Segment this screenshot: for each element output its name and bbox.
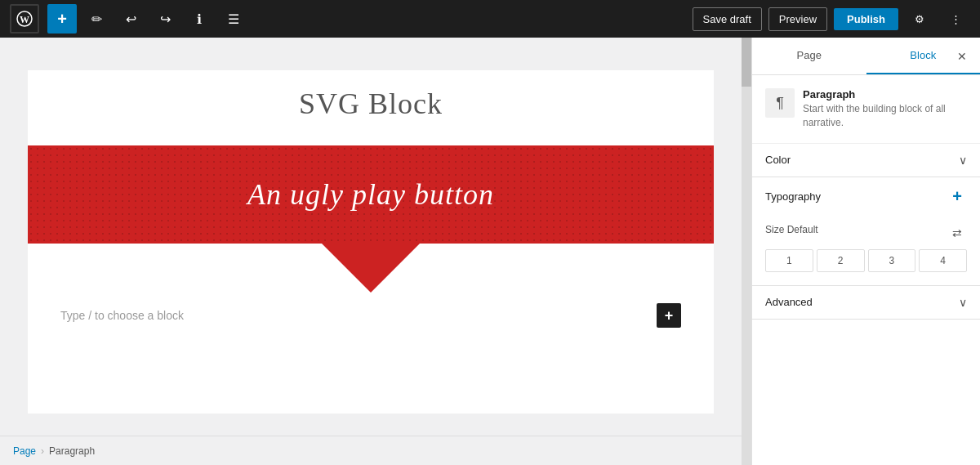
triangle-arrow xyxy=(322,244,420,293)
list-view-button[interactable]: ☰ xyxy=(219,4,248,34)
settings-button[interactable]: ⚙ xyxy=(905,4,934,34)
editor-scrollbar-thumb xyxy=(742,38,751,87)
block-title: Paragraph xyxy=(803,88,967,101)
plus-icon: + xyxy=(665,307,674,324)
editor-scrollbar[interactable] xyxy=(742,38,751,465)
paragraph-block-icon: ¶ xyxy=(765,88,795,118)
preview-button[interactable]: Preview xyxy=(768,7,827,31)
plus-icon: + xyxy=(57,10,67,29)
sidebar-header: Page Block ✕ xyxy=(752,38,980,75)
banner-text: An ugly play button xyxy=(247,177,494,212)
toolbar-right: Save draft Preview Publish ⚙ ⋮ xyxy=(693,4,970,34)
breadcrumb-current: Paragraph xyxy=(49,445,95,457)
inline-add-block-button[interactable]: + xyxy=(657,303,681,328)
breadcrumb-page-link[interactable]: Page xyxy=(13,445,36,457)
block-placeholder[interactable]: Type / to choose a block + xyxy=(28,293,714,338)
undo-icon: ↩ xyxy=(126,11,136,27)
chevron-down-icon: ∨ xyxy=(959,154,967,167)
advanced-section-title: Advanced xyxy=(765,296,813,308)
info-icon: ℹ xyxy=(197,11,202,27)
toolbar-left: W + ✏ ↩ ↪ ℹ ☰ xyxy=(10,4,686,34)
size-btn-1[interactable]: 1 xyxy=(765,249,813,272)
size-buttons-group: 1 2 3 4 xyxy=(765,249,967,272)
editor-content: SVG Block An ugly play button Type / to … xyxy=(28,70,714,414)
block-description: Start with the building block of all nar… xyxy=(803,102,967,130)
more-options-button[interactable]: ⋮ xyxy=(941,4,970,34)
typography-add-button[interactable]: + xyxy=(947,187,967,207)
size-label: Size Default xyxy=(765,224,818,235)
typography-content: Size Default ⇄ 1 2 3 4 xyxy=(752,217,980,285)
save-draft-button[interactable]: Save draft xyxy=(693,7,762,31)
editor-scroll[interactable]: SVG Block An ugly play button Type / to … xyxy=(0,38,742,436)
tab-page[interactable]: Page xyxy=(752,38,866,74)
size-sliders-button[interactable]: ⇄ xyxy=(947,223,967,243)
main-layout: SVG Block An ugly play button Type / to … xyxy=(0,38,980,465)
details-button[interactable]: ℹ xyxy=(185,4,214,34)
breadcrumb: Page › Paragraph xyxy=(0,436,742,465)
right-sidebar: Page Block ✕ ¶ Paragraph Start with the … xyxy=(751,38,980,465)
red-banner: An ugly play button xyxy=(28,145,714,244)
redo-button[interactable]: ↪ xyxy=(150,4,180,34)
editor-area: SVG Block An ugly play button Type / to … xyxy=(0,38,742,465)
pilcrow-icon: ¶ xyxy=(776,95,784,112)
typography-section: Typography + Size Default ⇄ 1 2 3 xyxy=(752,177,980,286)
color-section-title: Color xyxy=(765,154,791,166)
size-btn-3[interactable]: 3 xyxy=(868,249,916,272)
list-icon: ☰ xyxy=(228,11,239,27)
size-btn-2[interactable]: 2 xyxy=(817,249,865,272)
wp-logo[interactable]: W xyxy=(10,4,39,34)
advanced-section: Advanced ∨ xyxy=(752,286,980,320)
pencil-icon: ✏ xyxy=(91,11,102,27)
svg-block: An ugly play button xyxy=(28,145,714,293)
sliders-icon: ⇄ xyxy=(952,226,962,239)
breadcrumb-separator: › xyxy=(41,445,44,457)
post-title[interactable]: SVG Block xyxy=(28,70,714,145)
size-btn-4[interactable]: 4 xyxy=(919,249,967,272)
main-toolbar: W + ✏ ↩ ↪ ℹ ☰ Save draft Preview Publish… xyxy=(0,0,980,38)
chevron-down-icon-advanced: ∨ xyxy=(959,296,967,309)
tools-button[interactable]: ✏ xyxy=(82,4,111,34)
advanced-section-header[interactable]: Advanced ∨ xyxy=(752,286,980,319)
undo-button[interactable]: ↩ xyxy=(116,4,145,34)
publish-button[interactable]: Publish xyxy=(834,8,898,30)
ellipsis-icon: ⋮ xyxy=(951,13,961,25)
placeholder-text: Type / to choose a block xyxy=(60,309,184,322)
gear-icon: ⚙ xyxy=(915,13,924,25)
sidebar-block-info: ¶ Paragraph Start with the building bloc… xyxy=(752,75,980,144)
typography-section-title: Typography xyxy=(765,190,821,203)
typography-section-header[interactable]: Typography + xyxy=(752,177,980,217)
add-block-toolbar-button[interactable]: + xyxy=(47,4,77,34)
plus-icon: + xyxy=(952,187,962,206)
close-icon: ✕ xyxy=(957,50,967,63)
sidebar-close-button[interactable]: ✕ xyxy=(947,42,977,71)
color-section-header[interactable]: Color ∨ xyxy=(752,144,980,177)
redo-icon: ↪ xyxy=(160,11,171,27)
block-info-text: Paragraph Start with the building block … xyxy=(803,88,967,130)
color-section: Color ∨ xyxy=(752,144,980,177)
svg-text:W: W xyxy=(20,14,29,25)
